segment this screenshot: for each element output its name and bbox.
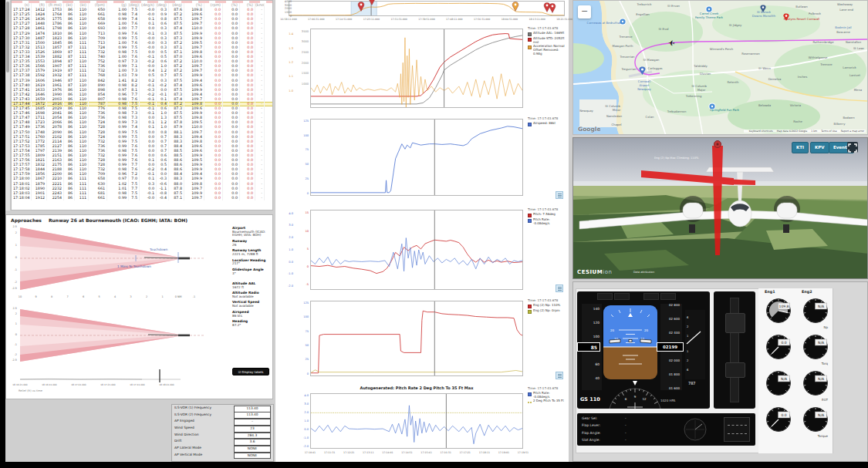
y-tick-label: 3000 (278, 4, 292, 7)
relief-caption: Relief (ft) vs time (19, 389, 42, 392)
y-tick-label: 1.0 (279, 89, 293, 93)
approach-info-value: 1672 ft (232, 286, 271, 290)
eng-np-plot-area[interactable] (310, 301, 523, 376)
chart-menu-icon[interactable] (556, 285, 563, 292)
y-tick-label: 125 (295, 120, 309, 123)
y-tick-label: 15 (295, 211, 309, 214)
pitch-chart[interactable]: 4.03.02.01.00.0-1.0-2.0151050-5Time: 17:… (278, 207, 568, 295)
speed-tick-label: 60 (596, 362, 599, 366)
legend-label: Pitch: 7.56deg (533, 213, 556, 217)
cesium-3d-view[interactable]: Eng (2) Np Max Climbing: 110% KTI KPV Ev… (572, 137, 868, 279)
engine-gauge-torque-1: 0.0 (765, 406, 792, 436)
relief-plot (19, 368, 184, 383)
left-window-edge (0, 0, 5, 468)
eng-np-chart[interactable]: 1251007550250Time: 17:17:43.678Eng (2) N… (278, 298, 568, 382)
cesium-scene (573, 138, 868, 279)
pitch-pitchrate-plot-area[interactable] (310, 210, 523, 290)
event-pin-icon[interactable] (357, 0, 365, 15)
y-tick-label: 4.0 (279, 212, 293, 215)
relief-time-tick: 18:17:41.000 (128, 383, 147, 386)
chart-menu-icon[interactable] (556, 191, 563, 199)
altitude-acceleration-plot-area[interactable] (310, 29, 523, 108)
map-attribution-item[interactable]: Report a map error (841, 130, 864, 133)
settings-value[interactable]: NONE (234, 453, 271, 460)
funnel-ytick: -2.5 (8, 287, 17, 290)
approach-info-sidebar: AirportBournemouth (ICAO: EGHH; IATA: BO… (232, 224, 271, 328)
autogenerated-pitch-rate-x-tick: 17:12:21 (339, 451, 358, 454)
funnel-ytick: 0 (8, 333, 17, 336)
approaches-panel: Approaches Runway 26 at Bournemouth (ICA… (5, 214, 273, 399)
fullscreen-icon[interactable] (847, 142, 858, 153)
localizer-funnel-plot[interactable]: Touchdown 1 Mins To Touchdown (19, 224, 213, 294)
flight-overview-chart[interactable]: 4000300020001000016:58:11.00017:06:31.00… (278, 0, 568, 24)
annunciator (643, 293, 659, 300)
map-label: Major (697, 88, 706, 92)
settings-label: AP Lateral Mode (174, 446, 201, 449)
altitude-readout: 02199 (657, 342, 684, 352)
funnel-ytick: 2 (8, 312, 17, 315)
autogenerated-chart[interactable]: Autogenerated: Pitch Rate 2 Deg Pitch To… (278, 386, 568, 462)
event-pin-icon[interactable] (368, 0, 376, 8)
glideslope-funnel-plot[interactable] (19, 306, 213, 365)
throttle-quadrant[interactable] (714, 291, 755, 409)
map-attribution[interactable]: Keyboard shortcutsMap data ©2022 Google1… (744, 130, 866, 133)
legend-label: Alt­itude AAL: 1669ft (533, 32, 564, 36)
altitude-acceleration-chart[interactable]: 1.41.31.21.11.0350030002500200015001000T… (278, 25, 568, 114)
throttle-lever[interactable] (725, 313, 745, 333)
instrument-panel: 1401201006040 85 1010 2020 (572, 281, 868, 462)
map-zoom-out-button[interactable]: − (578, 5, 591, 19)
event-pin-icon[interactable] (512, 0, 519, 15)
autogenerated-pitch-rate-plot-area[interactable] (310, 393, 523, 449)
kti-button[interactable]: KTI (792, 142, 809, 153)
map-label: St Wenn (758, 66, 771, 70)
table-row[interactable]: 17:18:0419122254861116610.997.5-0.0-0.48… (12, 196, 272, 200)
condition-lever[interactable] (725, 362, 745, 378)
map-attribution-item[interactable]: Map data ©2022 Google (777, 130, 808, 133)
map-attribution-item[interactable]: Terms of Use (821, 130, 836, 133)
map-label: Belowda (758, 103, 771, 107)
relief-time-tick: 18:16:21.000 (11, 383, 29, 386)
chart-menu-icon[interactable] (556, 372, 563, 379)
vs-tick-label: 1 (687, 335, 688, 338)
flight-overview-x-tick: 18:04:51.000 (495, 18, 523, 21)
map-panel[interactable]: TreburrickSt ErvanEngollianCarnewas at B… (572, 0, 868, 135)
flight-overview-plot-area[interactable] (289, 1, 565, 16)
funnel-ytick: -2 (8, 353, 17, 356)
cesium-logo[interactable]: CESIUMion (577, 269, 612, 275)
settings-label: Wind Direction (174, 433, 199, 436)
approach-info-value: 2221 m, 7288 ft (232, 253, 271, 257)
flight-parameter-table[interactable]: (s)(ft)(ft msl)(kt)(kt)(fpm)(g)(deg)(deg… (11, 0, 273, 210)
table-body[interactable]: 17:17:2414121753861106501.007.5-0.00.387… (12, 8, 272, 200)
settings-row: ILS-VOR (2) Frequency113.40 (172, 412, 273, 419)
y-tick-label: 0 (295, 265, 309, 268)
settings-label: AP Engaged (174, 419, 194, 423)
vs-tick-label: 2 (687, 359, 688, 362)
kpv-button[interactable]: KPV (810, 142, 829, 153)
y-tick-label: 2000 (278, 7, 292, 10)
status-value: - (625, 423, 627, 427)
settings-label: AP Vertical Mode (174, 453, 202, 456)
approach-info-value: Not available (232, 295, 271, 299)
map-label: St Lawr (853, 46, 864, 50)
y-tick-label: -1.0 (295, 436, 309, 439)
gauge-readout: 0.0 (781, 341, 786, 345)
map-attribution-item[interactable]: Keyboard shortcuts (749, 130, 773, 133)
display-labels-button[interactable]: ☑ Display labels (232, 368, 269, 375)
flap-position-gauge (681, 416, 709, 443)
altitude-acceleration-series (311, 38, 522, 107)
map-poi-pin[interactable] (638, 65, 647, 79)
map-label: St Eval (658, 27, 668, 31)
map-label: Polbrock (809, 12, 821, 15)
table-scrollbar-thumb[interactable] (6, 2, 9, 72)
map-label: Withielgoose (809, 56, 827, 59)
flight-data-analysis-app: (s)(ft)(ft msl)(kt)(kt)(fpm)(g)(deg)(deg… (0, 0, 868, 468)
airspeed-chart[interactable]: 1251007550250Time: 17:17:43.678Airspeed:… (278, 116, 568, 202)
airspeed-plot-area[interactable] (310, 119, 523, 196)
cesium-attribution[interactable]: Data attribution (633, 271, 654, 274)
map-attribution-item[interactable]: 1 km (811, 130, 817, 133)
table-cell: 0.0 (204, 196, 223, 200)
gauge-readout: N/A (818, 377, 825, 381)
event-pin-icon[interactable] (549, 2, 556, 16)
y-tick-label: 1500 (295, 72, 309, 75)
approach-info-value: 87.2° (232, 324, 271, 328)
